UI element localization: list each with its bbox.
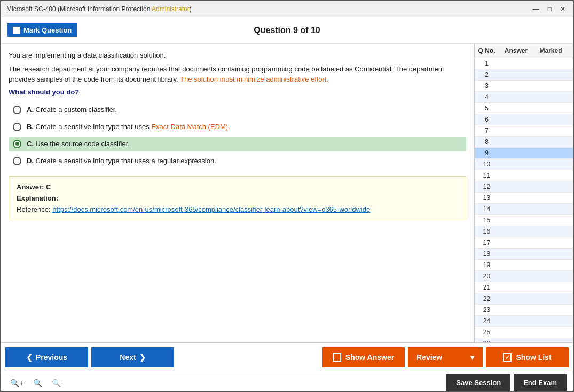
q-answer-9 bbox=[499, 148, 533, 158]
q-list-row[interactable]: 10 bbox=[475, 159, 573, 170]
question-line2: The research department at your company … bbox=[9, 64, 466, 85]
q-answer-19 bbox=[499, 260, 533, 270]
q-answer-3 bbox=[499, 81, 533, 91]
q-marked-13 bbox=[533, 193, 568, 203]
q-marked-1 bbox=[533, 58, 568, 69]
zoom-bar-right: Save Session End Exam bbox=[446, 374, 567, 391]
main-area: You are implementing a data classificati… bbox=[1, 44, 573, 342]
question-panel: You are implementing a data classificati… bbox=[1, 44, 474, 342]
q-num-6: 6 bbox=[475, 114, 499, 125]
q-list-row[interactable]: 3 bbox=[475, 81, 573, 92]
q-list-row[interactable]: 8 bbox=[475, 137, 573, 148]
end-exam-button[interactable]: End Exam bbox=[514, 374, 567, 391]
q-answer-24 bbox=[499, 316, 533, 326]
q-marked-26 bbox=[533, 338, 568, 342]
q-list-row[interactable]: 12 bbox=[475, 181, 573, 193]
restore-button[interactable]: □ bbox=[546, 5, 554, 13]
q-answer-21 bbox=[499, 282, 533, 293]
q-answer-14 bbox=[499, 204, 533, 214]
q-num-14: 14 bbox=[475, 204, 499, 214]
q-list-row[interactable]: 5 bbox=[475, 103, 573, 114]
option-c-text: C. Use the source code classifier. bbox=[27, 140, 130, 148]
q-num-11: 11 bbox=[475, 170, 499, 181]
q-list-col-answer: Answer bbox=[499, 46, 533, 55]
next-button[interactable]: Next bbox=[91, 347, 174, 367]
q-list-col-marked: Marked bbox=[533, 46, 568, 55]
q-answer-20 bbox=[499, 271, 533, 282]
review-button[interactable]: Review bbox=[408, 347, 483, 367]
q-answer-12 bbox=[499, 181, 533, 192]
q-marked-5 bbox=[533, 103, 568, 114]
answer-label: Answer: C bbox=[17, 183, 458, 191]
q-list-row[interactable]: 25 bbox=[475, 327, 573, 338]
minimize-button[interactable]: — bbox=[531, 5, 541, 13]
q-list-row[interactable]: 17 bbox=[475, 237, 573, 249]
q-list-row[interactable]: 11 bbox=[475, 170, 573, 181]
q-num-21: 21 bbox=[475, 282, 499, 293]
q-marked-12 bbox=[533, 181, 568, 192]
title-bar-title: Microsoft SC-400 (Microsoft Information … bbox=[6, 5, 192, 13]
q-list-row[interactable]: 13 bbox=[475, 193, 573, 204]
q-marked-21 bbox=[533, 282, 568, 293]
q-num-8: 8 bbox=[475, 137, 499, 147]
q-num-20: 20 bbox=[475, 271, 499, 282]
mark-question-button[interactable]: Mark Question bbox=[7, 23, 77, 37]
option-d-radio bbox=[13, 157, 21, 165]
option-c-radio-inner bbox=[15, 142, 19, 146]
q-list-row[interactable]: 2 bbox=[475, 69, 573, 81]
q-list-row[interactable]: 22 bbox=[475, 293, 573, 305]
show-list-button[interactable]: ✓ Show List bbox=[486, 347, 569, 367]
q-num-9: 9 bbox=[475, 148, 499, 158]
q-list-header: Q No. Answer Marked bbox=[475, 44, 573, 58]
zoom-out-button[interactable]: 🔍- bbox=[49, 378, 66, 388]
question-list-panel[interactable]: Q No. Answer Marked 1 2 3 4 5 6 bbox=[474, 44, 573, 342]
q-marked-10 bbox=[533, 159, 568, 170]
q-list-row[interactable]: 16 bbox=[475, 226, 573, 237]
q-num-10: 10 bbox=[475, 159, 499, 170]
save-session-button[interactable]: Save Session bbox=[446, 374, 510, 391]
q-list-row[interactable]: 19 bbox=[475, 260, 573, 271]
q-list-row[interactable]: 18 bbox=[475, 249, 573, 260]
zoom-in-button[interactable]: 🔍+ bbox=[7, 378, 26, 388]
q-marked-25 bbox=[533, 327, 568, 338]
zoom-reset-button[interactable]: 🔍 bbox=[30, 378, 45, 388]
bottom-toolbar: Previous Next Show Answer Review ✓ Show … bbox=[1, 342, 573, 372]
question-line1: You are implementing a data classificati… bbox=[9, 50, 466, 61]
reference-link[interactable]: https://docs.microsoft.com/en-us/microso… bbox=[52, 205, 370, 213]
q-list-row[interactable]: 14 bbox=[475, 204, 573, 215]
option-d[interactable]: D. Create a sensitive info type that use… bbox=[9, 154, 466, 169]
q-list-row[interactable]: 23 bbox=[475, 305, 573, 316]
q-list-row[interactable]: 26 bbox=[475, 338, 573, 342]
q-answer-2 bbox=[499, 69, 533, 80]
q-list-row[interactable]: 7 bbox=[475, 125, 573, 137]
q-marked-6 bbox=[533, 114, 568, 125]
show-answer-button[interactable]: Show Answer bbox=[322, 347, 405, 367]
q-marked-2 bbox=[533, 69, 568, 80]
q-marked-16 bbox=[533, 226, 568, 237]
what-do-text: What should you do? bbox=[9, 88, 466, 96]
review-dropdown-icon bbox=[470, 353, 474, 362]
q-list-row[interactable]: 6 bbox=[475, 114, 573, 125]
option-b[interactable]: B. Create a sensitive info type that use… bbox=[9, 119, 466, 134]
close-button[interactable]: ✕ bbox=[558, 5, 568, 13]
option-c[interactable]: C. Use the source code classifier. bbox=[9, 137, 466, 151]
q-answer-22 bbox=[499, 293, 533, 304]
q-list-row[interactable]: 4 bbox=[475, 92, 573, 103]
option-b-text: B. Create a sensitive info type that use… bbox=[27, 123, 230, 131]
q-marked-8 bbox=[533, 137, 568, 147]
option-a[interactable]: A. Create a custom classifier. bbox=[9, 102, 466, 117]
q-list-row[interactable]: 9 bbox=[475, 148, 573, 159]
q-list-row[interactable]: 20 bbox=[475, 271, 573, 282]
q-marked-7 bbox=[533, 125, 568, 136]
q-answer-8 bbox=[499, 137, 533, 147]
q-marked-9 bbox=[533, 148, 568, 158]
q-list-row[interactable]: 1 bbox=[475, 58, 573, 69]
q-list-row[interactable]: 21 bbox=[475, 282, 573, 293]
q-list-row[interactable]: 24 bbox=[475, 316, 573, 327]
q-answer-17 bbox=[499, 237, 533, 248]
q-list-row[interactable]: 15 bbox=[475, 215, 573, 226]
q-num-24: 24 bbox=[475, 316, 499, 326]
previous-button[interactable]: Previous bbox=[5, 347, 88, 367]
show-answer-icon bbox=[333, 353, 341, 362]
header-row: Mark Question Question 9 of 10 bbox=[1, 17, 573, 44]
